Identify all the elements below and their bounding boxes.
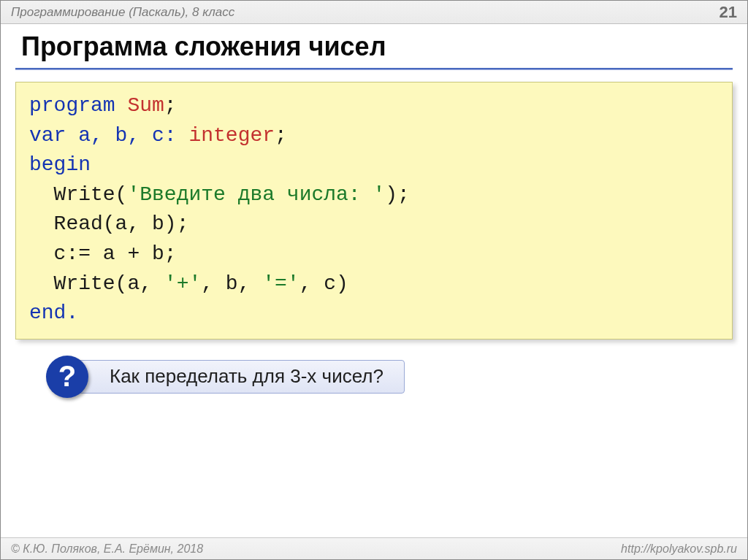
kw-var: var a, b, c: xyxy=(29,124,188,147)
footer-url: http://kpolyakov.spb.ru xyxy=(621,542,737,556)
code-text: ; xyxy=(164,94,177,117)
code-text: Write(a, xyxy=(29,272,164,295)
page-number: 21 xyxy=(720,3,737,22)
code-text: , c) xyxy=(299,272,348,295)
kw-program: program xyxy=(29,94,127,117)
code-text: , b, xyxy=(201,272,262,295)
slide: Программирование (Паскаль), 8 класс 21 П… xyxy=(0,0,748,560)
type-integer: integer xyxy=(188,124,275,147)
code-text: ; xyxy=(275,124,287,147)
copyright: © К.Ю. Поляков, Е.А. Ерёмин, 2018 xyxy=(11,542,203,556)
code-block: program Sum; var a, b, c: integer; begin… xyxy=(15,82,733,340)
code-text: Write( xyxy=(29,183,127,206)
question-icon: ? xyxy=(46,356,88,398)
string-literal: 'Введите два числа: ' xyxy=(127,183,385,206)
ident-sum: Sum xyxy=(127,94,164,117)
kw-end: end. xyxy=(29,302,78,324)
header-bar: Программирование (Паскаль), 8 класс 21 xyxy=(1,1,747,24)
footer-bar: © К.Ю. Поляков, Е.А. Ерёмин, 2018 http:/… xyxy=(1,537,747,559)
title-rule xyxy=(15,68,733,70)
page-title: Программа сложения чисел xyxy=(1,24,747,68)
question-box: Как переделать для 3-х чисел? xyxy=(72,360,405,394)
code-text: ); xyxy=(385,183,410,206)
code-text: c:= a + b; xyxy=(29,242,177,265)
question-callout: ? Как переделать для 3-х чисел? xyxy=(46,357,747,399)
code-text: Read(a, b); xyxy=(29,212,188,235)
question-text: Как переделать для 3-х чисел? xyxy=(110,365,383,388)
string-literal: '+' xyxy=(164,272,201,295)
string-literal: '=' xyxy=(262,272,299,295)
course-label: Программирование (Паскаль), 8 класс xyxy=(11,5,234,20)
kw-begin: begin xyxy=(29,153,91,176)
